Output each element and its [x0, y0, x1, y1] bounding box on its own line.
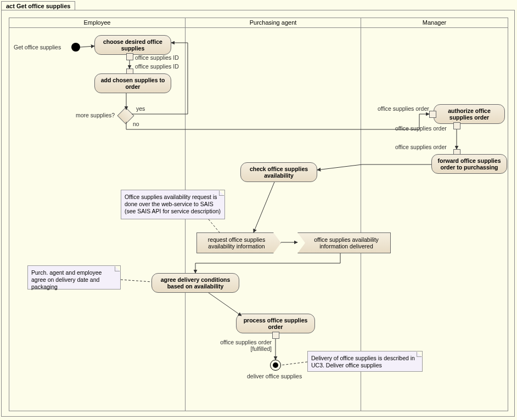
diagram-canvas: act Get office supplies Employee Purchas…	[0, 0, 517, 420]
label-order1: office supplies order	[378, 105, 429, 112]
label-fulfilled: office supplies order [fulfilled]	[217, 339, 272, 352]
label-final: deliver office supplies	[247, 373, 302, 379]
label-no: no	[133, 121, 139, 127]
final-node	[270, 360, 281, 371]
swimlane-frame: Employee Purchasing agent Manager	[9, 18, 508, 411]
lane-header-employee: Employee	[9, 18, 185, 28]
label-order3: office supplies order	[395, 144, 447, 150]
activity-agree-delivery: agree delivery conditions based on avail…	[151, 273, 239, 293]
note-sais: Office supplies availability request is …	[121, 190, 225, 219]
label-pin1b: office supplies ID	[135, 63, 179, 70]
activity-check-availability: check office supplies availability	[240, 162, 317, 182]
lane-header-purchasing: Purchasing agent	[185, 18, 361, 28]
note-delivery: Delivery of office supplies is described…	[307, 351, 423, 372]
activity-process-order: process office supplies order	[236, 314, 315, 333]
pin-a1-out	[126, 53, 133, 60]
activity-add-to-order: add chosen supplies to order	[94, 73, 171, 93]
activity-forward-order: forward office supplies order to purchas…	[431, 154, 507, 174]
note-agree: Purch. agent and employee agree on deliv…	[27, 265, 121, 290]
lane-divider-1	[185, 28, 186, 411]
label-yes: yes	[136, 105, 145, 112]
frame-tab: act Get office supplies	[1, 1, 75, 10]
label-pin1a: office supplies ID	[135, 54, 179, 61]
activity-choose-supplies: choose desired office supplies	[94, 35, 171, 55]
pin-a3-out	[453, 122, 460, 129]
lane-header-manager: Manager	[361, 18, 508, 28]
label-order2: office supplies order	[395, 125, 447, 132]
label-more: more supplies?	[76, 112, 115, 118]
pin-a7-out	[272, 332, 279, 339]
initial-label: Get office supplies	[14, 44, 61, 50]
signal-send-request: request office supplies availability inf…	[196, 232, 281, 253]
signal-recv-delivered: office supplies availability information…	[297, 232, 391, 253]
initial-node	[71, 43, 80, 52]
activity-authorize-order: authorize office supplies order	[434, 104, 505, 124]
pin-a3-in	[429, 111, 436, 118]
